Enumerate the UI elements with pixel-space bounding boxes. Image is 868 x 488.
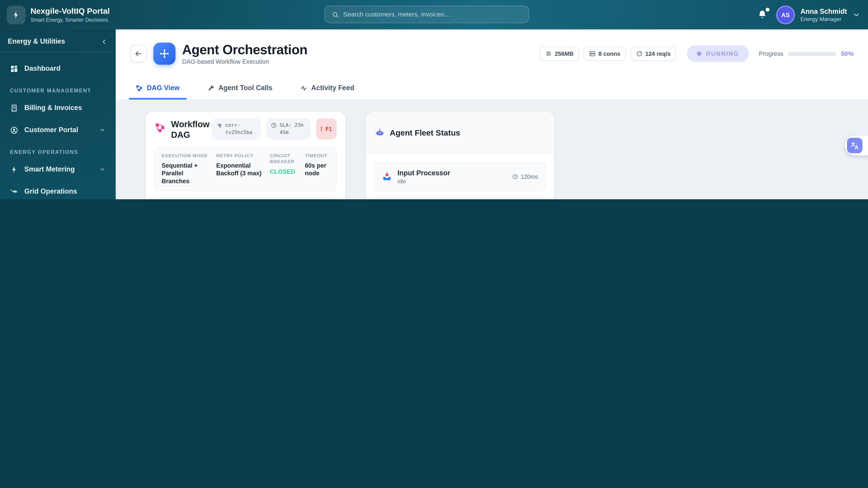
stat-value: 256MB [555,51,574,57]
content-area: Workflow DAG corr-tv25hc5ba SLA: 23h 45m… [116,100,868,199]
brand: Nexgile-VoltIQ Portal Smart Energy, Smar… [0,5,110,24]
plug-icon [10,187,18,196]
main-area: Agent Orchestration DAG-based Workflow E… [116,29,868,199]
sla-value: SLA: 23h 45m [280,122,306,136]
sidebar-section-label: CUSTOMER MANAGEMENT [4,80,112,96]
progress-percent: 50% [841,51,854,57]
sidebar-item-label: Grid Operations [24,188,77,195]
stat-value: 8 conns [598,51,620,57]
workflow-header: Workflow DAG corr-tv25hc5ba SLA: 23h 45m… [154,119,337,140]
stat-value: 124 req/s [645,51,671,57]
meta-label: EXECUTION MODE [162,153,211,159]
orchestration-hub-icon [153,43,176,65]
sidebar-nav: DashboardCUSTOMER MANAGEMENTBilling & In… [0,53,116,199]
meta-label: TIMEOUT [305,153,329,159]
agent-row-input-processor[interactable]: Input ProcessorIdle120ms [375,162,545,191]
correlation-id-badge: corr-tv25hc5ba [212,119,261,139]
gauge-icon [636,51,643,57]
meta-value: Exponential Backoff (3 max) [216,162,264,177]
search-icon [332,11,339,18]
meta-value: CLOSED [270,168,299,175]
running-label: RUNNING [706,51,739,57]
user-circle-icon [10,126,18,134]
sidebar-item-label: Customer Portal [24,126,78,134]
user-menu-chevron-down-icon[interactable] [852,11,860,19]
chevron-down-icon [99,166,105,173]
tab-dag-view[interactable]: DAG View [129,78,186,100]
pulse-icon [300,84,307,92]
priority-value: P1 [325,126,332,132]
tab-label: Activity Feed [311,84,354,92]
back-button[interactable] [130,45,147,62]
meta-col-0: EXECUTION MODESequential + Parallel Bran… [162,153,211,185]
page-header: Agent Orchestration DAG-based Workflow E… [116,29,868,78]
sidebar-item-dashboard[interactable]: Dashboard [4,58,112,79]
dag-canvas: Input ValidationInput Processor0.6sData … [154,197,337,199]
progress-bar [788,52,837,56]
user-name: Anna Schmidt [800,7,847,15]
agent-row-data-enrichment-agent[interactable]: Data Enrichment AgentIdle890ms [375,196,545,199]
dashboard-icon [10,64,18,73]
wrench-icon [207,84,215,92]
avatar[interactable]: AS [776,5,795,24]
workflow-meta-strip: EXECUTION MODESequential + Parallel Bran… [154,147,337,191]
meta-label: CIRCUIT BREAKER [270,153,299,165]
agent-info: Input ProcessorIdle [397,169,450,184]
workspace-row: Energy & Utilities [0,29,116,53]
robot-icon [375,128,385,138]
user-cluster: AS Anna Schmidt Energy Manager [757,0,860,29]
search-placeholder: Search customers, meters, invoices... [343,11,450,18]
correlation-id: corr-tv25hc5ba [225,122,256,136]
chevron-down-icon [99,127,105,133]
brand-title: Nexgile-VoltIQ Portal [31,6,110,15]
header-metrics: 256MB8 conns124 req/s RUNNING Progress 5… [540,45,854,62]
receipt-icon [10,104,18,112]
global-search-input[interactable]: Search customers, meters, invoices... [324,5,529,23]
sidebar-item-label: Smart Metering [24,165,75,173]
fleet-list: Input ProcessorIdle120msData Enrichment … [366,154,554,199]
agent-status: Idle [397,178,450,184]
workflow-title: Workflow DAG [171,119,207,140]
meta-value: 60s per node [305,162,329,177]
floating-translate-widget[interactable] [845,135,868,156]
progress-group: Progress 50% [759,51,854,57]
workflow-dag-icon [154,122,165,133]
sidebar-item-grid-operations[interactable]: Grid Operations [4,181,112,199]
server-icon [589,51,596,57]
brand-subtitle: Smart Energy, Smarter Decisions [31,17,110,23]
fleet-header: Agent Fleet Status [366,112,554,155]
stat-badge-server: 8 conns [583,46,626,61]
clock-icon [271,122,277,128]
top-header: Nexgile-VoltIQ Portal Smart Energy, Smar… [0,0,868,29]
running-dot [697,52,702,56]
tab-label: DAG View [147,84,180,92]
latency-value: 120ms [521,173,538,180]
notification-dot [766,7,770,11]
status-badge: RUNNING [687,45,749,62]
sla-badge: SLA: 23h 45m [266,119,311,139]
tab-activity-feed[interactable]: Activity Feed [293,78,361,100]
sidebar-collapse-chevron-left-icon[interactable] [101,38,108,45]
brand-bolt-icon [6,5,25,24]
agent-latency: 120ms [512,173,538,180]
agent-fleet-card: Agent Fleet Status Input ProcessorIdle12… [365,111,555,199]
sidebar-item-smart-metering[interactable]: Smart Metering [4,159,112,180]
notifications-bell-icon[interactable] [757,9,768,20]
sidebar-item-label: Dashboard [24,65,61,72]
inbox-icon [382,171,392,182]
fleet-title: Agent Fleet Status [390,128,460,137]
sidebar-item-customer-portal[interactable]: Customer Portal [4,120,112,140]
meta-label: RETRY POLICY [216,153,264,159]
page-title: Agent Orchestration [182,43,307,57]
dag-icon [135,84,143,92]
sidebar: Energy & Utilities DashboardCUSTOMER MAN… [0,29,116,199]
translate-icon [847,138,863,153]
bolt-icon [10,165,18,173]
workspace-label: Energy & Utilities [8,38,65,45]
fingerprint-icon [217,122,223,128]
meta-col-2: CIRCUIT BREAKERCLOSED [270,153,299,185]
user-role: Energy Manager [800,16,847,22]
sidebar-item-label: Billing & Invoices [24,104,82,111]
tab-agent-tool-calls[interactable]: Agent Tool Calls [201,78,279,100]
sidebar-item-billing-invoices[interactable]: Billing & Invoices [4,97,112,119]
